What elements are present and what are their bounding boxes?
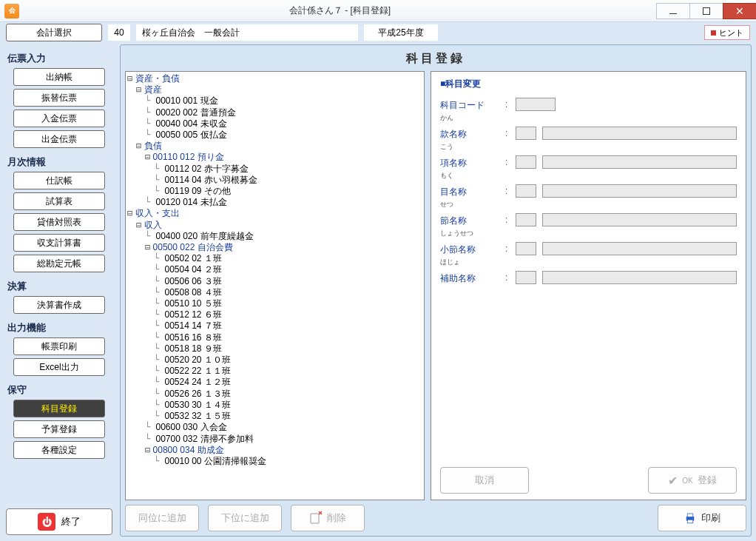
tree-node[interactable]: └ 00526 26 １３班 — [127, 389, 422, 400]
sidebar-item[interactable]: 仕訳帳 — [13, 172, 105, 189]
code-input[interactable] — [516, 127, 536, 140]
name-input[interactable] — [542, 271, 737, 284]
sidebar-heading: 決算 — [7, 280, 112, 293]
tree-node[interactable]: └ 00510 10 ５班 — [127, 298, 422, 309]
account-form: ■科目変更 科目コード:かん款名称:こう項名称:もく目名称:せつ節名称:しょうせ… — [431, 71, 746, 500]
tree-node[interactable]: └ 00532 32 １５班 — [127, 411, 422, 422]
printer-icon — [684, 511, 697, 525]
name-input[interactable] — [542, 127, 737, 140]
form-row: こう項名称: — [440, 154, 737, 169]
code-input[interactable] — [516, 155, 536, 169]
sidebar-item[interactable]: 各種設定 — [13, 441, 105, 459]
field-label: ほじょ補助名称 — [440, 269, 499, 285]
tree-node[interactable]: └ 00700 032 清掃不参加料 — [127, 434, 422, 445]
tree-node[interactable]: └ 00504 04 ２班 — [127, 264, 422, 275]
tree-node[interactable]: └ 00520 20 １０班 — [127, 354, 422, 366]
titlebar: 会 会計係さん７ - [科目登録] ✕ — [0, 0, 756, 22]
tree-node[interactable]: └ 00600 030 入会金 — [127, 422, 422, 433]
tree-node[interactable]: └ 00020 002 普通預金 — [127, 107, 422, 118]
account-tree[interactable]: ⊟ 資産・負債 ⊟ 資産 └ 00010 001 現金 └ 00020 002 … — [125, 71, 425, 500]
ok-register-button[interactable]: ✔ OK 登録 — [648, 467, 737, 494]
window-minimize-button[interactable] — [656, 3, 690, 19]
tree-node[interactable]: └ 00119 09 その他 — [127, 186, 422, 197]
tree-node[interactable]: ⊟ 00800 034 助成金 — [127, 445, 422, 456]
cancel-button[interactable]: 取消 — [440, 467, 529, 494]
sidebar-item[interactable]: 収支計算書 — [13, 234, 105, 252]
field-label: かん款名称 — [440, 125, 499, 141]
sidebar-item[interactable]: 予算登録 — [13, 420, 105, 438]
print-button[interactable]: 印刷 — [658, 505, 746, 531]
fiscal-year: 平成25年度 — [364, 24, 438, 41]
tree-node[interactable]: └ 00010 001 現金 — [127, 95, 422, 107]
field-label: しょうせつ小節名称 — [440, 241, 499, 256]
tree-node[interactable]: ⊟ 00500 022 自治会費 — [127, 242, 422, 253]
tree-node[interactable]: ⊟ 資産・負債 — [127, 73, 422, 84]
tree-node[interactable]: └ 00506 06 ３班 — [127, 276, 422, 287]
sidebar-item[interactable]: 試算表 — [13, 192, 105, 210]
tree-node[interactable]: └ 00050 005 仮払金 — [127, 130, 422, 141]
tree-node[interactable]: └ 00400 020 前年度繰越金 — [127, 231, 422, 242]
sidebar-item[interactable]: 総勘定元帳 — [13, 255, 105, 272]
tree-node[interactable]: ⊟ 資産 — [127, 84, 422, 95]
code-input[interactable] — [516, 213, 536, 226]
add-same-level-button[interactable]: 同位に追加 — [125, 505, 199, 531]
field-label: せつ節名称 — [440, 212, 499, 227]
code-input[interactable] — [516, 271, 536, 284]
field-label: こう項名称 — [440, 154, 499, 169]
name-input[interactable] — [542, 213, 737, 226]
sidebar-heading: 出力機能 — [7, 321, 112, 335]
tree-node[interactable]: └ 00518 18 ９班 — [127, 343, 422, 354]
tree-node[interactable]: └ 00516 16 ８班 — [127, 332, 422, 343]
tree-node[interactable]: └ 00040 004 未収金 — [127, 118, 422, 130]
power-icon: ⏻ — [38, 513, 55, 531]
tree-node[interactable]: ⊟ 収入・支出 — [127, 208, 422, 219]
tree-node[interactable]: └ 00522 22 １１班 — [127, 366, 422, 377]
code-input[interactable] — [516, 242, 536, 255]
tree-node[interactable]: └ 00530 30 １４班 — [127, 400, 422, 411]
tree-node[interactable]: └ 00114 04 赤い羽根募金 — [127, 175, 422, 186]
form-row: ほじょ補助名称: — [440, 269, 737, 285]
tree-node[interactable]: └ 00514 14 ７班 — [127, 320, 422, 332]
sidebar-item[interactable]: 振替伝票 — [13, 89, 105, 107]
page-title: 科目登録 — [125, 48, 746, 71]
tree-node[interactable]: └ 00524 24 １２班 — [127, 377, 422, 388]
window-close-button[interactable]: ✕ — [723, 3, 756, 19]
hint-button[interactable]: ヒント — [704, 25, 750, 40]
exit-button[interactable]: ⏻ 終了 — [6, 508, 112, 535]
tree-node[interactable]: └ 00508 08 ４班 — [127, 287, 422, 298]
add-child-level-button[interactable]: 下位に追加 — [208, 505, 282, 531]
tree-node[interactable]: └ 00120 014 未払金 — [127, 197, 422, 208]
tree-node[interactable]: ⊟ 収入 — [127, 220, 422, 231]
svg-rect-0 — [311, 514, 319, 523]
org-name: 桜ヶ丘自治会 一般会計 — [136, 24, 358, 41]
svg-rect-5 — [687, 520, 693, 523]
sidebar-item[interactable]: Excel出力 — [13, 358, 105, 376]
code-input[interactable] — [516, 184, 536, 198]
name-input[interactable] — [542, 242, 737, 255]
sidebar-item[interactable]: 決算書作成 — [13, 296, 105, 314]
sidebar-item[interactable]: 科目登録 — [13, 400, 105, 417]
form-row: もく目名称: — [440, 183, 737, 198]
tree-node[interactable]: └ 00502 02 １班 — [127, 253, 422, 264]
name-input[interactable] — [542, 155, 737, 169]
form-title: ■科目変更 — [440, 78, 737, 90]
accounting-select-button[interactable]: 会計選択 — [6, 24, 102, 41]
sidebar-item[interactable]: 貸借対照表 — [13, 213, 105, 231]
name-input[interactable] — [542, 184, 737, 198]
sidebar-item[interactable]: 入金伝票 — [13, 110, 105, 127]
sidebar-heading: 保守 — [7, 383, 112, 397]
tree-node[interactable]: └ 00010 00 公園清掃報奨金 — [127, 456, 422, 467]
tree-node[interactable]: ⊟ 00110 012 預り金 — [127, 152, 422, 163]
sidebar-item[interactable]: 出金伝票 — [13, 130, 105, 148]
app-icon: 会 — [4, 4, 19, 19]
tree-node[interactable]: └ 00512 12 ６班 — [127, 309, 422, 320]
delete-button[interactable]: 削除 — [291, 505, 365, 531]
record-icon — [711, 30, 716, 36]
sidebar-item[interactable]: 出納帳 — [13, 68, 105, 86]
sidebar-item[interactable]: 帳票印刷 — [13, 337, 105, 355]
code-input[interactable] — [516, 98, 556, 111]
window-maximize-button[interactable] — [689, 3, 723, 19]
tree-node[interactable]: ⊟ 負債 — [127, 141, 422, 152]
tree-node[interactable]: └ 00112 02 赤十字募金 — [127, 164, 422, 175]
field-label: 科目コード — [440, 96, 499, 112]
